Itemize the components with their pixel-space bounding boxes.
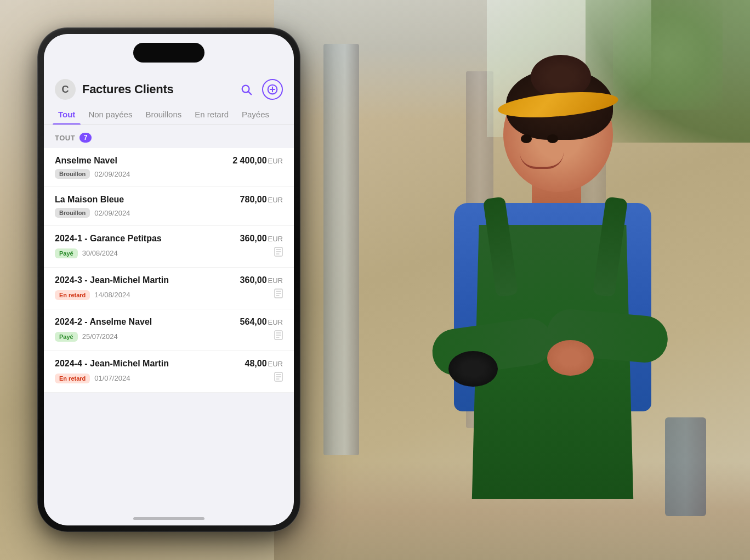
avatar: C [55, 79, 76, 100]
invoice-name: Anselme Navel [55, 156, 117, 166]
phone-inner-screen: C Factures Clients [44, 34, 294, 525]
status-badge: Brouillon [55, 169, 90, 179]
invoice-date: 25/07/2024 [82, 332, 118, 341]
tab-brouillons-label: Brouillons [145, 110, 181, 119]
invoice-name: 2024-4 - Jean-Michel Martin [55, 359, 169, 369]
invoice-date: 01/07/2024 [94, 374, 130, 382]
invoice-date: 14/08/2024 [94, 291, 130, 299]
invoice-date: 30/08/2024 [82, 249, 118, 257]
invoice-amount: 564,00EUR [240, 317, 283, 327]
tab-brouillons[interactable]: Brouillons [140, 104, 187, 125]
invoice-amount: 360,00EUR [240, 275, 283, 285]
invoice-amount-value: 48,00 [245, 359, 267, 368]
invoice-name: 2024-2 - Anselme Navel [55, 317, 152, 327]
invoice-amount: 48,00EUR [245, 359, 283, 369]
invoice-currency: EUR [268, 360, 283, 368]
invoice-amount-value: 360,00 [240, 275, 267, 285]
person-figure [405, 33, 723, 554]
invoice-meta: Payé 30/08/2024 [55, 248, 118, 258]
section-count: 7 [79, 133, 92, 143]
invoice-meta: Brouillon 02/09/2024 [55, 208, 130, 218]
invoice-item[interactable]: 2024-1 - Garance Petitpas 360,00EUR Payé… [44, 226, 294, 268]
invoice-row-top: Anselme Navel 2 400,00EUR [55, 156, 283, 166]
phone-mockup: C Factures Clients [37, 27, 300, 532]
invoice-name: 2024-3 - Jean-Michel Martin [55, 275, 169, 285]
invoice-currency: EUR [268, 196, 283, 204]
invoice-row-top: La Maison Bleue 780,00EUR [55, 195, 283, 205]
receipt-icon [274, 372, 283, 384]
person-eye-right [547, 134, 558, 143]
invoice-item[interactable]: Anselme Navel 2 400,00EUR Brouillon 02/0… [44, 148, 294, 187]
invoice-row-bottom: En retard 14/08/2024 [55, 289, 283, 301]
header-actions [236, 79, 283, 100]
status-badge: Payé [55, 248, 78, 258]
tab-tout-label: Tout [58, 110, 75, 119]
invoice-row-bottom: En retard 01/07/2024 [55, 372, 283, 384]
page-title: Factures Clients [82, 82, 229, 97]
invoice-name: 2024-1 - Garance Petitpas [55, 234, 162, 244]
invoice-meta: En retard 01/07/2024 [55, 374, 130, 383]
tab-tout[interactable]: Tout [53, 104, 81, 125]
avatar-letter: C [62, 84, 69, 95]
add-button[interactable] [262, 79, 283, 100]
section-label: TOUT [55, 134, 75, 142]
status-badge: En retard [55, 374, 90, 383]
invoice-item[interactable]: 2024-3 - Jean-Michel Martin 360,00EUR En… [44, 268, 294, 309]
plus-icon [267, 84, 278, 95]
invoice-name: La Maison Bleue [55, 195, 124, 205]
invoice-amount-value: 564,00 [240, 317, 267, 326]
tab-payees-label: Payées [242, 110, 269, 119]
invoice-currency: EUR [268, 276, 283, 285]
invoice-row-bottom: Payé 30/08/2024 [55, 247, 283, 259]
person-hand-right [547, 340, 594, 376]
invoice-amount: 780,00EUR [240, 195, 283, 205]
bg-column-1 [323, 44, 359, 455]
dynamic-island [133, 43, 204, 63]
receipt-icon [274, 247, 283, 259]
section-header: TOUT 7 [44, 125, 294, 148]
invoice-list: Anselme Navel 2 400,00EUR Brouillon 02/0… [44, 148, 294, 393]
invoice-amount: 360,00EUR [240, 234, 283, 244]
invoice-item[interactable]: La Maison Bleue 780,00EUR Brouillon 02/0… [44, 187, 294, 226]
person-glove-left [448, 351, 498, 387]
invoice-row-top: 2024-4 - Jean-Michel Martin 48,00EUR [55, 359, 283, 369]
invoice-amount-value: 360,00 [240, 234, 267, 243]
invoice-amount-value: 2 400,00 [232, 156, 266, 165]
invoice-date: 02/09/2024 [94, 209, 130, 217]
svg-line-1 [248, 92, 251, 94]
app-header: C Factures Clients [44, 72, 294, 104]
invoice-date: 02/09/2024 [94, 170, 130, 178]
invoice-currency: EUR [268, 157, 283, 165]
invoice-amount-value: 780,00 [240, 195, 267, 204]
search-button[interactable] [236, 79, 257, 100]
receipt-icon [274, 289, 283, 301]
invoice-row-top: 2024-3 - Jean-Michel Martin 360,00EUR [55, 275, 283, 285]
invoice-meta: En retard 14/08/2024 [55, 290, 130, 300]
invoice-currency: EUR [268, 318, 283, 326]
tab-en-retard-label: En retard [195, 110, 229, 119]
tab-non-payees[interactable]: Non payées [83, 104, 138, 125]
tab-en-retard[interactable]: En retard [189, 104, 234, 125]
invoice-meta: Payé 25/07/2024 [55, 332, 118, 342]
phone-screen: C Factures Clients [44, 34, 294, 525]
invoice-row-bottom: Payé 25/07/2024 [55, 330, 283, 343]
invoice-row-bottom: Brouillon 02/09/2024 [55, 169, 283, 179]
invoice-row-bottom: Brouillon 02/09/2024 [55, 208, 283, 218]
invoice-item[interactable]: 2024-2 - Anselme Navel 564,00EUR Payé 25… [44, 309, 294, 351]
receipt-icon [274, 330, 283, 343]
status-badge: En retard [55, 290, 90, 300]
tab-bar: Tout Non payées Brouillons En retard Pay… [44, 104, 294, 125]
person-eye-left [521, 134, 532, 143]
home-indicator [133, 517, 204, 520]
invoice-meta: Brouillon 02/09/2024 [55, 169, 130, 179]
status-badge: Payé [55, 332, 78, 342]
phone-outer-shell: C Factures Clients [37, 27, 300, 532]
invoice-item[interactable]: 2024-4 - Jean-Michel Martin 48,00EUR En … [44, 351, 294, 393]
tab-payees[interactable]: Payées [236, 104, 275, 125]
invoice-currency: EUR [268, 235, 283, 243]
invoice-amount: 2 400,00EUR [232, 156, 283, 166]
tab-non-payees-label: Non payées [88, 110, 132, 119]
invoice-row-top: 2024-1 - Garance Petitpas 360,00EUR [55, 234, 283, 244]
status-badge: Brouillon [55, 208, 90, 218]
invoice-row-top: 2024-2 - Anselme Navel 564,00EUR [55, 317, 283, 327]
